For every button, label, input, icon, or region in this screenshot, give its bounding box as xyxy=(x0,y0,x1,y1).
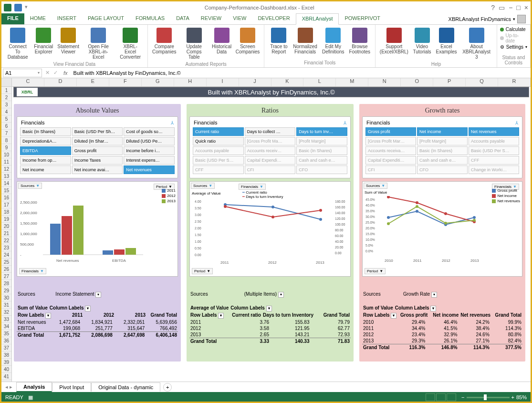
slicer-item[interactable]: Income before i… xyxy=(124,146,175,155)
slicer-item[interactable]: Diluted (In Shar… xyxy=(72,137,123,145)
ribbon-options-icon[interactable]: ▭ xyxy=(499,4,505,11)
ribbon-button[interactable]: XBRL-Excel Converter xyxy=(116,27,145,61)
row-header[interactable]: 23 xyxy=(1,244,11,251)
chart-line-ratios[interactable]: Sources▼ Financials▼ ━ Current ratio ━ D… xyxy=(189,181,351,277)
row-header[interactable]: 24 xyxy=(1,251,11,258)
row-header[interactable]: 38 xyxy=(1,351,11,359)
row-header[interactable]: 10 xyxy=(1,151,11,158)
formula-input[interactable]: Built with XBRLAnalyst by FinDynamics, I… xyxy=(72,70,531,76)
row-header[interactable]: 32 xyxy=(1,309,11,316)
view-pagebreak-icon[interactable] xyxy=(447,393,456,401)
slicer-item[interactable]: Current ratio xyxy=(193,127,244,136)
enter-icon[interactable]: ✓ xyxy=(52,70,60,76)
slicer-item[interactable]: Accounts receiv… xyxy=(245,146,296,155)
clear-filter-icon[interactable]: ⅄ xyxy=(515,120,518,125)
slicer-item[interactable]: Cash and cash e… xyxy=(296,156,347,165)
chip-sources[interactable]: Sources▼ xyxy=(191,183,215,189)
tab-insert[interactable]: INSERT xyxy=(52,13,82,24)
slicer-item[interactable]: Income Taxes xyxy=(72,156,123,165)
row-header[interactable]: 4 xyxy=(1,108,11,115)
ribbon-button[interactable]: Excel Examples xyxy=(435,27,459,61)
row-header[interactable]: 25 xyxy=(1,258,11,266)
row-header[interactable]: 11 xyxy=(1,158,11,165)
row-header[interactable]: 41 xyxy=(1,373,11,380)
slicer-item[interactable]: CFF xyxy=(193,165,244,174)
add-sheet-button[interactable]: + xyxy=(163,383,172,392)
tab-xbrlanalyst[interactable]: XBRLAnalyst xyxy=(296,13,339,25)
slicer-item[interactable]: [Profit Margin] xyxy=(417,137,468,145)
filter-icon[interactable]: ▾ xyxy=(95,292,101,298)
row-header[interactable]: 2 xyxy=(1,94,11,101)
clear-filter-icon[interactable]: ⅄ xyxy=(344,120,346,125)
slicer-item[interactable]: Gross profit xyxy=(365,127,416,136)
tab-file[interactable]: FILE xyxy=(1,13,24,24)
column-header[interactable]: O xyxy=(401,78,433,86)
fx-icon[interactable]: fx xyxy=(60,70,72,76)
slicer-item[interactable]: CFO xyxy=(296,165,347,174)
ribbon-button[interactable]: Screen Companies xyxy=(234,27,261,61)
slicer-item[interactable]: EBITDA xyxy=(20,146,71,155)
slicer-item[interactable]: Net income avai… xyxy=(72,165,123,174)
chip-period[interactable]: Period▼ xyxy=(365,268,386,274)
slicer-item[interactable]: Basic (USD Per S… xyxy=(469,146,519,155)
ribbon-button[interactable]: Edit My Definitions xyxy=(320,27,346,59)
slicer-item[interactable]: [Gross Profit Ma… xyxy=(245,137,296,145)
slicer-item[interactable]: Depreciation&A… xyxy=(20,137,71,145)
sheet-nav-prev[interactable]: ◂ ▸ xyxy=(1,384,16,390)
view-normal-icon[interactable] xyxy=(426,393,435,401)
row-header[interactable]: 6 xyxy=(1,123,11,130)
zoom-slider[interactable] xyxy=(467,397,510,398)
row-header[interactable]: 27 xyxy=(1,273,11,280)
calculate-button[interactable]: Calculate xyxy=(500,27,527,32)
row-header[interactable]: 17 xyxy=(1,201,11,208)
ribbon-button[interactable]: Normalized Financials xyxy=(291,27,319,59)
tab-data[interactable]: DATA xyxy=(170,13,195,24)
sheet-tab-original[interactable]: Original Data - dynamic xyxy=(91,382,160,392)
column-header[interactable]: N xyxy=(368,78,401,86)
column-header[interactable]: C xyxy=(12,78,44,86)
minimize-icon[interactable]: − xyxy=(509,4,512,11)
chip-period[interactable]: Period▼ xyxy=(192,268,213,274)
slicer-item[interactable]: Days to collect … xyxy=(245,127,296,136)
chip-sources[interactable]: Sources▼ xyxy=(364,183,387,189)
row-header[interactable]: 39 xyxy=(1,359,11,366)
column-header[interactable]: H xyxy=(174,78,207,86)
tab-formulas[interactable]: FORMULAS xyxy=(130,13,170,24)
column-header[interactable]: P xyxy=(433,78,466,86)
excel-icon[interactable] xyxy=(4,4,11,11)
sheet-body[interactable]: XBRL Built with XBRLAnalyst by FinDynami… xyxy=(12,87,531,382)
ribbon-button[interactable]: Financial Explorer xyxy=(32,27,55,61)
close-icon[interactable]: × xyxy=(524,4,528,11)
save-icon[interactable] xyxy=(14,4,22,11)
tab-review[interactable]: REVIEW xyxy=(195,13,227,24)
slicer-item[interactable]: Income from op… xyxy=(20,156,71,165)
row-header[interactable]: 13 xyxy=(1,173,11,180)
column-header[interactable]: I xyxy=(207,78,239,86)
row-header[interactable]: 40 xyxy=(1,366,11,373)
ribbon-button[interactable]: About XBRLAnalyst 3 xyxy=(459,27,494,61)
slicer-item[interactable]: Quick ratio xyxy=(193,137,244,145)
zoom-out[interactable]: − xyxy=(461,394,464,400)
column-header[interactable]: E xyxy=(77,78,109,86)
ribbon-button[interactable]: Historical Data xyxy=(210,27,233,61)
ribbon-button[interactable]: Video Tutorials xyxy=(411,27,434,61)
row-header[interactable]: 3 xyxy=(1,101,11,108)
slicer-item[interactable]: Gross profit xyxy=(72,146,123,155)
clear-filter-icon[interactable]: ⅄ xyxy=(171,120,174,125)
column-header[interactable]: M xyxy=(336,78,368,86)
slicer-item[interactable]: Basic (In Shares) xyxy=(417,146,468,155)
user-account[interactable]: XBRLAnalyst FinDynamics ▾ xyxy=(444,13,531,24)
column-header[interactable]: K xyxy=(271,78,304,86)
slicer-item[interactable]: Net revenues xyxy=(124,165,175,174)
macro-icon[interactable]: ▦ xyxy=(28,394,33,401)
column-header[interactable]: L xyxy=(303,78,336,86)
tab-powerpivot[interactable]: POWERPIVOT xyxy=(339,13,386,24)
row-header[interactable]: 34 xyxy=(1,323,11,330)
row-header[interactable]: 20 xyxy=(1,223,11,230)
row-header[interactable]: 14 xyxy=(1,180,11,187)
zoom-level[interactable]: 85% xyxy=(516,394,527,400)
name-box[interactable]: A1▾ xyxy=(3,69,42,77)
slicer-item[interactable]: [Gross Profit Mar… xyxy=(365,137,416,145)
ribbon-button[interactable]: Browse Footnotes xyxy=(347,27,372,59)
tab-pagelayout[interactable]: PAGE LAYOUT xyxy=(82,13,130,24)
